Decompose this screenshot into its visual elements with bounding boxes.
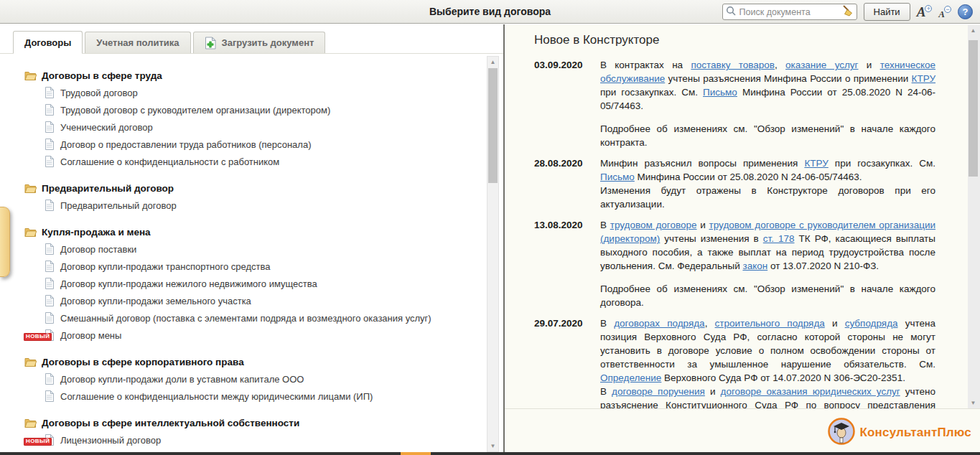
document-icon [45,139,55,150]
tree-item[interactable]: Договор купли-продажи доли в уставном ка… [24,370,485,388]
tree-item[interactable]: Договор купли-продажи транспортного сред… [24,258,485,275]
tab-label: Учетная политика [96,37,179,48]
bottom-edge-strip [0,452,980,455]
news-link[interactable]: трудовом договоре [610,220,697,230]
tree-group-header[interactable]: Договоры в сфере корпоративного права [24,353,485,370]
news-area: Новое в Конструкторе 03.09.2020В контрак… [505,24,980,409]
tree-item[interactable]: Соглашение о конфиденциальности между юр… [24,388,485,405]
tree-item[interactable]: Трудовой договор [24,84,485,101]
tree-group-title: Договоры в сфере труда [42,70,162,81]
search-input[interactable] [738,6,839,18]
tree-item[interactable]: Предварительный договор [24,197,485,214]
scroll-up-arrow[interactable]: ▲ [968,25,979,36]
font-decrease-icon[interactable]: A− [938,6,951,19]
news-text: Минфин разъяснил вопросы применения [600,158,804,169]
help-icon[interactable]: ? [958,4,973,19]
scrollbar-thumb[interactable] [488,68,498,183]
tab-загрузить-документ[interactable]: Загрузить документ [193,32,326,53]
document-icon [45,261,55,272]
news-text: от 13.07.2020 N 210-ФЗ. [767,261,879,271]
tree-item[interactable]: Договор купли-продажи нежилого недвижимо… [24,275,485,292]
side-flap-handle[interactable] [0,207,10,277]
news-link[interactable]: КТРУ [804,158,828,169]
news-text: , [775,60,785,70]
news-paragraph: В трудовом договоре и трудовом договоре … [600,218,935,273]
tab-label: Договоры [24,37,71,48]
tree-item[interactable]: НОВЫЙЛицензионный договор [24,431,485,449]
tree-item[interactable]: Договор поставки [24,240,485,258]
news-link[interactable]: ст. 178 [763,233,795,244]
news-text: Верховного Суда РФ от 14.07.2020 N 306-Э… [661,372,905,383]
tree-item-label: Договор о предоставлении труда работнико… [60,139,311,150]
tree-item[interactable]: Трудовой договор с руководителем организ… [24,101,485,118]
news-text: учтены разъяснения Минфина России о прим… [665,73,911,84]
news-body: Минфин разъяснил вопросы применения КТРУ… [600,156,935,211]
search-box[interactable] [722,4,857,20]
clear-search-icon[interactable] [841,5,854,19]
scroll-down-arrow[interactable]: ▼ [968,398,979,408]
add-document-icon [205,37,217,50]
tree-item[interactable]: Договор о предоставлении труда работнико… [24,136,485,153]
tree-group-title: Договоры в сфере интеллектуальной собств… [42,418,299,428]
scrollbar-thumb[interactable] [969,40,978,177]
scroll-up-arrow[interactable]: ▲ [487,57,498,67]
news-text: В [600,386,612,397]
news-text: и [859,60,880,70]
find-button[interactable]: Найти [864,3,910,21]
news-link[interactable]: КТРУ [912,73,935,84]
news-link[interactable]: договоре поручения [612,386,705,397]
news-link[interactable]: договоре оказания юридических услуг [721,386,900,397]
news-entry: 13.08.2020В трудовом договоре и трудовом… [534,218,936,309]
news-panel: Новое в Конструкторе 03.09.2020В контрак… [505,24,980,452]
tab-учетная-политика[interactable]: Учетная политика [85,32,190,53]
left-scrollbar[interactable]: ▲ ▼ [487,56,499,452]
tree-group-header[interactable]: Купля-продажа и мена [24,223,485,240]
news-paragraph: В договоре поручения и договоре оказания… [600,385,935,409]
news-text: Подробнее об изменениях см. "Обзор измен… [600,283,935,308]
tree-item[interactable]: Смешанный договор (поставка с элементами… [24,309,485,327]
news-link[interactable]: Письмо [600,172,635,182]
folder-icon [24,357,37,367]
tab-договоры[interactable]: Договоры [13,31,83,54]
news-paragraph: В контрактах на поставку товаров, оказан… [600,58,935,113]
news-scrollbar[interactable]: ▲ ▼ [968,25,980,408]
tree-item[interactable]: Договор купли-продажи земельного участка [24,292,485,309]
top-header: Выберите вид договора Найти A+ A− ? [0,0,980,24]
news-entry: 03.09.2020В контрактах на поставку товар… [534,58,936,149]
tree-item-label: Предварительный договор [60,200,177,211]
news-link[interactable]: субподряда [845,318,898,329]
font-increase-icon[interactable]: A+ [917,5,933,19]
news-text: Минфина России от 25.08.2020 N 24-06-05/… [635,172,862,182]
news-entry: 28.08.2020Минфин разъяснил вопросы приме… [534,156,936,211]
tree-group-header[interactable]: Договоры в сфере интеллектуальной собств… [24,414,485,431]
tree-item[interactable]: НОВЫЙДоговор мены [24,327,485,344]
news-link[interactable]: договорах подряда [614,318,704,329]
news-text: В [600,318,614,329]
tree-item-label: Лицензионный договор [60,435,161,446]
news-link[interactable]: оказание услуг [785,60,858,70]
tree-group-header[interactable]: Договоры в сфере труда [24,67,485,84]
tree-item-label: Договор мены [60,330,121,341]
news-link[interactable]: Письмо [703,87,737,98]
tree-item[interactable]: Ученический договор [24,118,485,136]
news-link[interactable]: Определение [600,372,661,383]
news-body: В контрактах на поставку товаров, оказан… [600,58,935,149]
news-link[interactable]: закон [742,261,767,271]
news-link[interactable]: поставку товаров [691,60,775,70]
tab-bar: ДоговорыУчетная политикаЗагрузить докуме… [0,30,503,54]
news-link[interactable]: строительного подряда [715,318,825,329]
news-text: при госзакупках. См. [829,158,935,169]
tree-item[interactable]: Соглашение о конфиденциальности с работн… [24,153,485,170]
document-icon [45,312,55,324]
folder-icon [24,418,37,428]
tree-item-label: Ученический договор [60,122,153,133]
news-body: В договорах подряда, строительного подря… [600,316,935,409]
scroll-down-arrow[interactable]: ▼ [487,441,498,451]
folder-icon [24,227,37,237]
tree-group: Предварительный договорПредварительный д… [24,179,485,214]
document-icon [45,373,55,385]
news-text: при госзакупках. См. [600,87,703,98]
news-date: 28.08.2020 [534,156,600,211]
brand-logo-icon [828,418,855,448]
tree-group-header[interactable]: Предварительный договор [24,179,485,197]
